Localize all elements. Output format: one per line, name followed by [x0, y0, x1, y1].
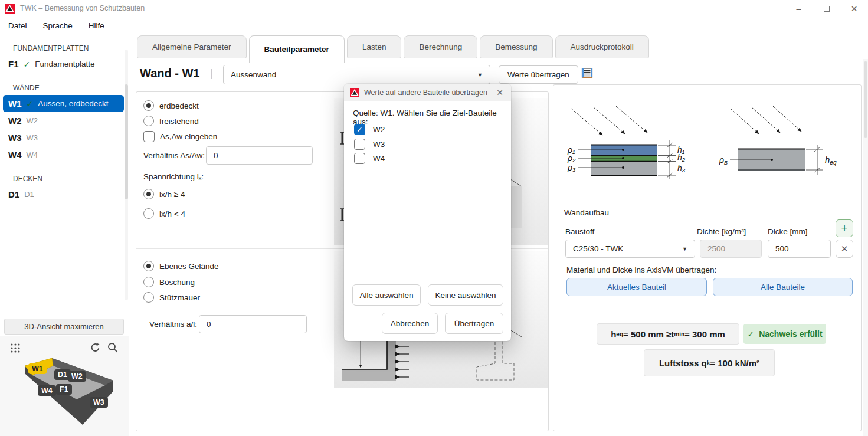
cancel-button[interactable]: Abbrechen: [382, 313, 438, 334]
sidebar-item-w2[interactable]: W2 W2: [3, 112, 124, 129]
wall-layers-diagram: ρ₁ ρ₂ ρ₃ h₁ h₂ h₃ ρB: [553, 93, 862, 208]
menu-hilfe[interactable]: Hilfe: [89, 21, 104, 30]
tab-lasten[interactable]: Lasten: [347, 35, 402, 58]
radio-icon: [143, 116, 154, 126]
3d-viewport[interactable]: W1 D1 W2 W4 F1 W3: [0, 336, 129, 436]
heq-check-box: heq = 500 mm ≥ tmin = 300 mm: [597, 323, 739, 345]
status-badge: ✓ Nachweis erfüllt: [743, 324, 826, 344]
density-input: [700, 240, 762, 258]
tab-allgemeine-parameter[interactable]: Allgemeine Parameter: [137, 35, 247, 58]
check-icon: ✓: [747, 329, 754, 339]
dialog-checkbox-w3[interactable]: W3: [354, 139, 385, 150]
wall-buildup-panel: ρ₁ ρ₂ ρ₃ h₁ h₂ h₃ ρB: [553, 84, 862, 431]
column-baustoff: Baustoff: [565, 227, 594, 236]
3d-label-w1[interactable]: W1: [28, 363, 47, 374]
transfer-values-button[interactable]: Werte übertragen: [499, 65, 578, 84]
checkbox-icon: [354, 153, 365, 164]
dialog-checkbox-w4[interactable]: W4: [354, 153, 385, 164]
check-icon: ✓: [24, 60, 31, 69]
tab-ausdruckprotokoll[interactable]: Ausdruckprotokoll: [555, 35, 649, 58]
dialog-checkbox-w2[interactable]: ✓ W2: [354, 124, 385, 135]
checkbox-icon: [354, 139, 365, 150]
radio-icon: [143, 261, 154, 271]
maximize-icon: [824, 6, 830, 12]
sidebar-item-f1[interactable]: F1 ✓ Fundamentplatte: [3, 55, 124, 73]
3d-label-w3[interactable]: W3: [90, 397, 108, 408]
column-dichte: Dichte [kg/m³]: [697, 227, 746, 236]
sidebar-section-decken: DECKEN: [13, 175, 130, 183]
sidebar-item-d1[interactable]: D1 D1: [3, 186, 124, 203]
sidebar-item-w1[interactable]: W1 ✓ Aussen, erdbedeckt: [3, 95, 124, 112]
menu-datei[interactable]: Datei: [8, 21, 27, 30]
al-ratio-input[interactable]: [199, 315, 307, 333]
span-direction-label: Spannrichtung lₓ:: [143, 172, 204, 181]
transfer-all-parts-button[interactable]: Alle Bauteile: [713, 278, 853, 296]
radio-icon: [143, 100, 154, 111]
menu-sprache[interactable]: Sprache: [43, 21, 73, 30]
svg-text:h₃: h₃: [677, 163, 686, 173]
dialog-titlebar: Werte auf andere Bauteile übertragen ✕: [344, 84, 511, 101]
sidebar-scrollbar-thumb[interactable]: [125, 84, 128, 199]
sidebar-item-w4[interactable]: W4 W4: [3, 146, 124, 163]
al-ratio-label: Verhältnis a/l:: [149, 320, 197, 329]
close-button[interactable]: ✕: [840, 0, 868, 18]
tab-bemessung[interactable]: Bemessung: [480, 35, 552, 58]
tab-bar: Allgemeine Parameter Bauteilparameter La…: [137, 35, 649, 63]
radio-erdbedeckt[interactable]: erdbedeckt: [143, 100, 199, 111]
wandaufbau-title: Wandaufbau: [564, 208, 609, 217]
chevron-down-icon: ▼: [477, 72, 483, 78]
transfer-dialog: Werte auf andere Bauteile übertragen ✕ Q…: [344, 84, 511, 341]
blast-pressure-box: Luftstoss qk = 100 kN/m²: [644, 349, 775, 376]
thickness-input[interactable]: [768, 240, 831, 258]
material-select[interactable]: C25/30 - TWK ▼: [565, 240, 695, 258]
asaw-ratio-label: Verhältnis As/Aw:: [143, 151, 205, 160]
radio-icon: [143, 292, 154, 303]
radio-icon: [143, 277, 154, 287]
3d-label-f1[interactable]: F1: [56, 384, 72, 395]
sidebar-section-fundamentplatten: FUNDAMENTPLATTEN: [13, 44, 130, 53]
add-layer-button[interactable]: +: [836, 219, 853, 237]
radio-ebenes-gelaende[interactable]: Ebenes Gelände: [143, 261, 219, 271]
remove-layer-button[interactable]: ✕: [836, 240, 853, 258]
dialog-close-icon[interactable]: ✕: [494, 88, 505, 97]
radio-lxh-ge-4[interactable]: lx/h ≥ 4: [143, 189, 185, 199]
app-logo-icon: [5, 4, 15, 14]
sidebar: FUNDAMENTPLATTEN F1 ✓ Fundamentplatte WÄ…: [0, 34, 130, 436]
radio-lxh-lt-4[interactable]: lx/h < 4: [143, 208, 185, 219]
wall-type-select[interactable]: Aussenwand ▼: [223, 65, 490, 84]
radio-icon: [143, 189, 154, 199]
main-scrollbar-thumb[interactable]: [864, 61, 867, 138]
axisvm-transfer-label: Material und Dicke ins AxisVM übertragen…: [566, 265, 716, 274]
tab-bauteilparameter[interactable]: Bauteilparameter: [249, 35, 345, 63]
confirm-button[interactable]: Übertragen: [445, 313, 503, 334]
main-scrollbar[interactable]: [863, 59, 868, 436]
maximize-3d-button[interactable]: 3D-Ansicht maximieren: [4, 319, 124, 335]
checkbox-asaw[interactable]: As,Aw eingeben: [143, 131, 217, 142]
select-all-button[interactable]: Alle auswählen: [352, 284, 421, 306]
minimize-button[interactable]: –: [785, 0, 813, 18]
radio-stuetzmauer[interactable]: Stützmauer: [143, 292, 200, 303]
radio-icon: [143, 208, 154, 219]
transfer-current-part-button[interactable]: Aktuelles Bauteil: [566, 278, 707, 296]
column-dicke: Dicke [mm]: [768, 227, 808, 236]
3d-label-w2[interactable]: W2: [68, 371, 86, 382]
radio-freistehend[interactable]: freistehend: [143, 116, 199, 126]
page-title: Wand - W1: [140, 67, 199, 80]
maximize-button[interactable]: [813, 0, 840, 18]
notes-icon[interactable]: [581, 68, 594, 79]
radio-boeschung[interactable]: Böschung: [143, 277, 195, 287]
svg-text:ρB: ρB: [719, 155, 728, 166]
svg-text:ρ₃: ρ₃: [567, 163, 576, 172]
asaw-ratio-input[interactable]: [206, 146, 313, 165]
dialog-title: Werte auf andere Bauteile übertragen: [364, 88, 487, 97]
select-none-button[interactable]: Keine auswählen: [428, 284, 503, 306]
checkbox-icon: ✓: [354, 124, 365, 135]
chevron-down-icon: ▼: [682, 246, 687, 252]
sidebar-item-w3[interactable]: W3 W3: [3, 129, 124, 146]
title-separator: |: [210, 67, 213, 80]
tab-berechnung[interactable]: Berechnung: [404, 35, 477, 58]
sidebar-section-waende: WÄNDE: [13, 84, 130, 92]
app-logo-icon: [350, 88, 359, 97]
window-title: TWK – Bemessung von Schutzbauten: [20, 4, 145, 12]
3d-label-w4[interactable]: W4: [38, 385, 56, 396]
